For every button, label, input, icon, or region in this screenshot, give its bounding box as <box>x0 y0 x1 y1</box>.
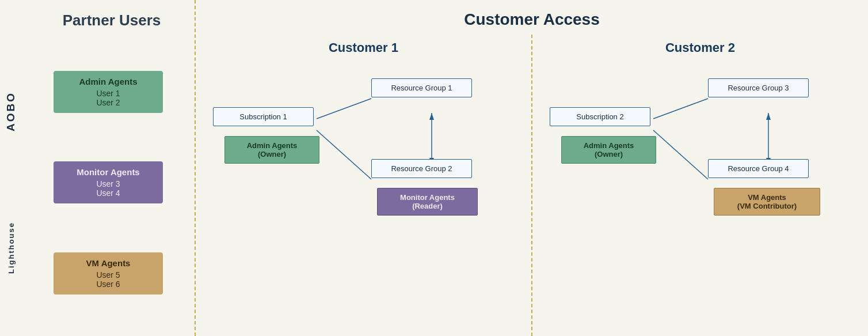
partner-panel: Partner Users AOBO Lighthouse Admin Agen… <box>0 0 196 336</box>
svg-marker-8 <box>766 113 771 120</box>
customer2-admin-box: Admin Agents (Owner) <box>561 136 656 164</box>
customer1-diagram: Subscription 1 Admin Agents (Owner) Reso… <box>207 67 520 324</box>
customer2-admin-label: Admin Agents <box>569 141 649 150</box>
monitor-agents-title: Monitor Agents <box>64 167 153 177</box>
resource-group4-label: Resource Group 4 <box>728 164 789 173</box>
monitor-agents-group: Monitor Agents User 3User 4 <box>54 161 163 203</box>
vm-agents-title: VM Agents <box>64 258 153 268</box>
svg-line-6 <box>653 130 708 179</box>
customer2-diagram: Subscription 2 Admin Agents (Owner) Reso… <box>544 67 856 324</box>
customer2-vm-box: VM Agents (VM Contributor) <box>714 188 820 216</box>
svg-line-5 <box>653 99 708 119</box>
customer2-admin-sublabel: (Owner) <box>569 150 649 158</box>
partner-users-title: Partner Users <box>0 12 195 29</box>
customer2-title: Customer 2 <box>544 40 856 55</box>
vm-agents-users: User 5User 6 <box>64 270 153 289</box>
customer1-monitor-sublabel: (Reader) <box>384 202 470 210</box>
customer1-admin-box: Admin Agents (Owner) <box>224 136 319 164</box>
vm-agents-group: VM Agents User 5User 6 <box>54 252 163 295</box>
resource-group3-label: Resource Group 3 <box>728 84 789 92</box>
svg-line-0 <box>317 99 371 119</box>
svg-line-1 <box>317 130 371 179</box>
customer1-admin-label: Admin Agents <box>232 141 312 150</box>
monitor-agents-users: User 3User 4 <box>64 179 153 198</box>
subscription1-label: Subscription 1 <box>239 112 287 121</box>
svg-marker-3 <box>429 113 434 120</box>
side-labels-column: AOBO Lighthouse <box>0 41 22 324</box>
aobo-label: AOBO <box>5 92 17 131</box>
customer2-section: Customer 2 Subscription 2 <box>532 35 868 336</box>
resource-group2-box: Resource Group 2 <box>371 159 472 178</box>
customer1-title: Customer 1 <box>207 40 520 55</box>
main-container: Partner Users AOBO Lighthouse Admin Agen… <box>0 0 868 336</box>
partner-inner: AOBO Lighthouse Admin Agents User 1User … <box>0 41 195 324</box>
resource-group1-label: Resource Group 1 <box>391 84 452 92</box>
customer1-monitor-box: Monitor Agents (Reader) <box>377 188 478 216</box>
customers-row: Customer 1 Subscript <box>196 35 868 336</box>
partner-groups-column: Admin Agents User 1User 2 Monitor Agents… <box>22 41 195 324</box>
admin-agents-users: User 1User 2 <box>64 89 153 107</box>
resource-group2-label: Resource Group 2 <box>391 164 452 173</box>
customer2-vm-sublabel: (VM Contributor) <box>721 202 813 210</box>
admin-agents-group: Admin Agents User 1User 2 <box>54 71 163 113</box>
resource-group1-box: Resource Group 1 <box>371 78 472 97</box>
customer2-vm-label: VM Agents <box>721 193 813 202</box>
customer1-section: Customer 1 Subscript <box>196 35 532 336</box>
subscription2-label: Subscription 2 <box>576 112 623 121</box>
customer1-monitor-label: Monitor Agents <box>384 193 470 202</box>
subscription1-box: Subscription 1 <box>213 107 314 126</box>
resource-group4-box: Resource Group 4 <box>708 159 809 178</box>
customer-area: Customer Access Customer 1 <box>196 0 868 336</box>
resource-group3-box: Resource Group 3 <box>708 78 809 97</box>
lighthouse-label: Lighthouse <box>7 222 16 274</box>
customer-access-title: Customer Access <box>196 0 868 35</box>
admin-agents-title: Admin Agents <box>64 77 153 86</box>
subscription2-box: Subscription 2 <box>550 107 650 126</box>
customer1-admin-sublabel: (Owner) <box>232 150 312 158</box>
